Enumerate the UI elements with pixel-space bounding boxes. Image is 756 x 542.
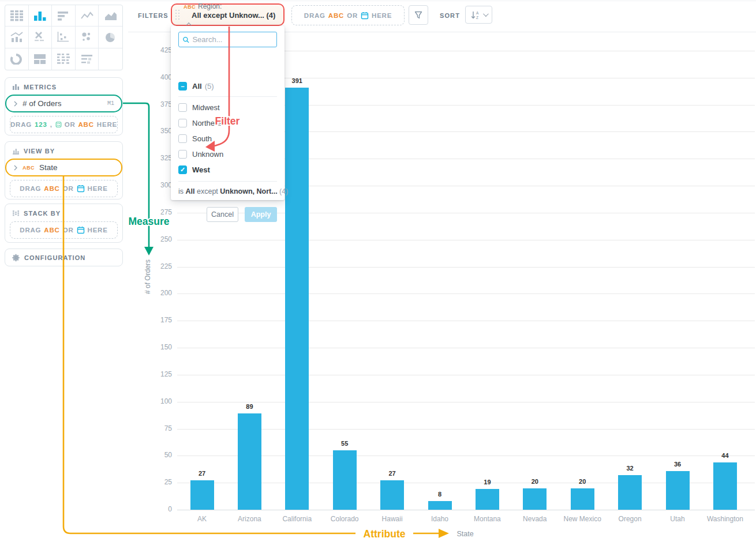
bar-arizona[interactable] bbox=[238, 413, 261, 510]
x-axis-tick-label: Utah bbox=[654, 515, 701, 523]
filter-attribute-name: Region: bbox=[198, 2, 222, 10]
bar-washington[interactable] bbox=[713, 462, 737, 510]
viz-icon-bar-chart[interactable] bbox=[52, 5, 76, 27]
filter-funnel-button[interactable] bbox=[409, 5, 428, 25]
viz-icon-pie-chart[interactable] bbox=[99, 27, 122, 48]
select-all-count: (5) bbox=[205, 82, 214, 91]
metrics-drop-zone[interactable]: DRAG 123 , OR ABC HERE bbox=[10, 116, 118, 133]
x-axis-tick-label: Washington bbox=[701, 515, 748, 523]
metric-item-label: # of Orders bbox=[23, 99, 62, 108]
cancel-button[interactable]: Cancel bbox=[207, 207, 238, 222]
divider bbox=[178, 202, 277, 203]
configuration-panel[interactable]: CONFIGURATION bbox=[5, 249, 123, 266]
bar-value-label: 27 bbox=[375, 470, 410, 477]
abc-attribute-icon: ABC bbox=[328, 12, 344, 19]
y-axis-tick-label: 225 bbox=[137, 262, 172, 270]
x-axis-tick-label: AK bbox=[178, 515, 226, 523]
viz-icon-column-chart[interactable] bbox=[29, 5, 53, 27]
metrics-title: METRICS bbox=[24, 84, 57, 91]
bar-nevada[interactable] bbox=[523, 488, 547, 510]
viz-icon-bubble-chart[interactable] bbox=[76, 27, 99, 48]
y-axis-tick-label: 325 bbox=[137, 154, 172, 162]
filter-drop-zone[interactable]: DRAG ABC OR HERE bbox=[291, 5, 405, 25]
metric-item-orders[interactable]: # of Orders M1 bbox=[5, 95, 122, 112]
y-axis-tick-label: 25 bbox=[137, 478, 172, 486]
drop-zone-text: DRAG bbox=[20, 227, 41, 234]
metrics-icon bbox=[12, 83, 20, 91]
checkbox-indeterminate-icon[interactable]: − bbox=[178, 82, 187, 91]
bar-hawaii[interactable] bbox=[380, 480, 404, 510]
numeric-fact-icon: 123 bbox=[35, 121, 47, 128]
gridline bbox=[177, 456, 755, 456]
abc-attribute-icon: ABC bbox=[44, 227, 59, 234]
region-filter-chip[interactable]: ABCRegion: All except Unknow... (4) bbox=[171, 3, 285, 26]
select-all-row[interactable]: − All (5) bbox=[178, 82, 214, 91]
y-axis-tick-label: 175 bbox=[137, 316, 172, 324]
chevron-right-icon bbox=[13, 165, 18, 171]
y-axis-tick-label: 300 bbox=[137, 181, 172, 189]
bar-colorado[interactable] bbox=[333, 450, 357, 510]
chevron-down-icon bbox=[482, 11, 488, 17]
x-axis-tick-label: Idaho bbox=[416, 515, 463, 523]
y-axis-title: # of Orders bbox=[144, 239, 152, 314]
bar-ak[interactable] bbox=[190, 480, 214, 510]
drop-zone-text: DRAG bbox=[10, 121, 32, 128]
filter-option-unknown[interactable]: Unknown bbox=[178, 150, 223, 159]
y-axis-tick-label: 275 bbox=[137, 208, 172, 216]
bar-value-label: 20 bbox=[565, 478, 600, 485]
viz-icon-treemap[interactable] bbox=[29, 48, 53, 70]
divider bbox=[178, 96, 277, 97]
filter-option-west[interactable]: ✓West bbox=[178, 165, 210, 174]
analytical-designer-app: FILTERS ABCRegion: All except Unknow... … bbox=[0, 0, 756, 542]
divider bbox=[178, 181, 277, 182]
checkbox-checked-icon[interactable]: ✓ bbox=[178, 165, 187, 174]
x-axis-tick-label: New Mexico bbox=[559, 515, 606, 523]
viz-icon-combo-chart[interactable] bbox=[5, 27, 29, 48]
bar-new-mexico[interactable] bbox=[571, 488, 594, 510]
bar-value-label: 89 bbox=[232, 403, 267, 410]
bar-utah[interactable] bbox=[666, 471, 690, 510]
metric-badge: M1 bbox=[107, 100, 114, 107]
visualization-picker bbox=[5, 5, 123, 70]
checkbox-icon[interactable] bbox=[178, 119, 187, 127]
drop-zone-text: OR bbox=[63, 227, 74, 234]
metric-list-icon bbox=[55, 121, 62, 129]
viz-icon-headline[interactable] bbox=[29, 27, 53, 48]
search-box[interactable] bbox=[178, 32, 277, 47]
checkbox-icon[interactable] bbox=[178, 150, 187, 159]
filter-option-south[interactable]: South bbox=[178, 134, 212, 143]
viz-icon-repeater[interactable] bbox=[76, 48, 99, 70]
stack-by-drop-zone[interactable]: DRAG ABC OR HERE bbox=[10, 221, 118, 239]
checkbox-icon[interactable] bbox=[178, 103, 187, 112]
drop-zone-text: HERE bbox=[88, 185, 108, 192]
bar-oregon[interactable] bbox=[618, 475, 642, 510]
search-input[interactable] bbox=[192, 35, 273, 44]
bar-california[interactable] bbox=[285, 88, 309, 510]
drop-zone-text: HERE bbox=[372, 12, 392, 19]
filter-option-midwest[interactable]: Midwest bbox=[178, 103, 220, 112]
viz-icon-scatter-plot[interactable] bbox=[52, 27, 76, 48]
gear-icon bbox=[12, 254, 20, 262]
y-axis-tick-label: 350 bbox=[137, 127, 172, 135]
view-by-drop-zone[interactable]: DRAG ABC OR HERE bbox=[10, 180, 118, 197]
bar-montana[interactable] bbox=[476, 489, 499, 510]
viz-icon-area-chart[interactable] bbox=[99, 5, 122, 27]
bar-idaho[interactable] bbox=[428, 501, 452, 510]
viz-icon-donut-chart[interactable] bbox=[5, 48, 29, 70]
x-axis-tick-label: Nevada bbox=[511, 515, 559, 523]
abc-attribute-icon: ABC bbox=[44, 185, 59, 192]
checkbox-icon[interactable] bbox=[178, 134, 187, 143]
viz-icon-line-chart[interactable] bbox=[76, 5, 99, 27]
apply-button[interactable]: Apply bbox=[245, 207, 277, 222]
gridline bbox=[177, 240, 755, 240]
y-axis-tick-label: 75 bbox=[137, 424, 172, 432]
viz-icon-heatmap[interactable] bbox=[52, 48, 76, 70]
drop-zone-text: HERE bbox=[88, 227, 108, 234]
svg-text:A: A bbox=[476, 11, 479, 15]
x-axis-tick-label: California bbox=[274, 515, 321, 523]
sort-order-dropdown[interactable]: A Z bbox=[465, 6, 492, 24]
drop-zone-text: HERE bbox=[97, 121, 117, 128]
filter-option-northeast[interactable]: Northeast bbox=[178, 119, 224, 127]
viz-icon-table[interactable] bbox=[5, 5, 29, 27]
attribute-item-state[interactable]: ABC State bbox=[5, 159, 122, 176]
